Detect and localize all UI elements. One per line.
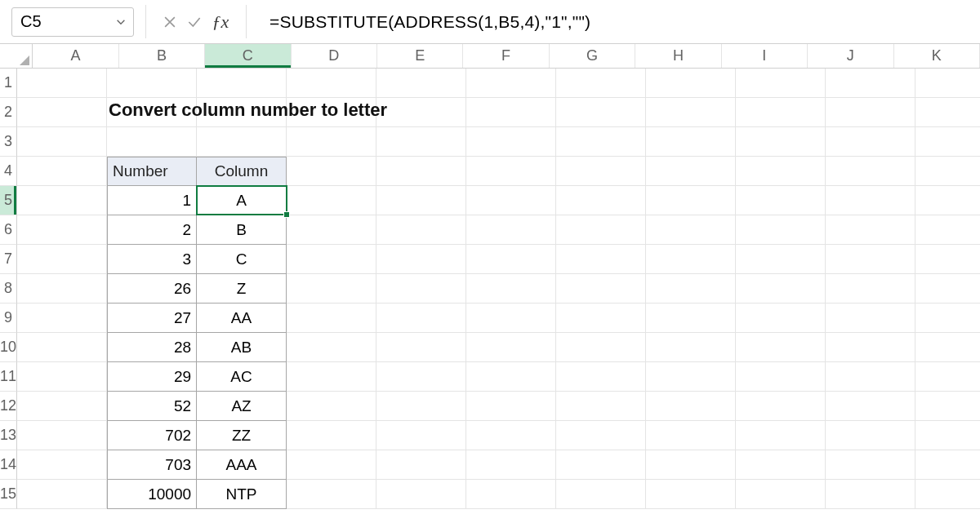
column-header-F[interactable]: F [463,44,549,68]
row-header-3[interactable]: 3 [0,127,17,157]
table-cell-number[interactable]: 28 [107,333,197,362]
insert-function-button[interactable]: ƒx [207,0,234,43]
row-header-2[interactable]: 2 [0,98,17,127]
formula-input[interactable]: =SUBSTITUTE(ADDRESS(1,B5,4),"1","") [258,0,980,43]
select-all-corner[interactable] [0,44,33,68]
table-cell-number[interactable]: 26 [107,274,197,304]
column-header-E[interactable]: E [377,44,463,68]
column-header-J[interactable]: J [808,44,893,68]
table-header-column[interactable]: Column [197,157,287,186]
table-cell-column[interactable]: B [197,215,287,245]
table-cell-column[interactable]: AC [197,362,287,392]
fx-icon: ƒx [212,11,229,33]
fill-handle[interactable] [283,211,290,218]
column-header-G[interactable]: G [550,44,635,68]
row-header-14[interactable]: 14 [0,450,17,480]
column-header-A[interactable]: A [33,44,118,68]
formula-text: =SUBSTITUTE(ADDRESS(1,B5,4),"1","") [270,12,590,32]
row-header-6[interactable]: 6 [0,215,17,245]
column-header-H[interactable]: H [635,44,721,68]
row-header-10[interactable]: 10 [0,333,17,362]
name-box[interactable]: C5 [11,7,134,37]
column-header-I[interactable]: I [722,44,808,68]
cell-area[interactable]: Number Column 1 A 2 B 3 C [17,69,980,509]
table-cell-number[interactable]: 29 [107,362,197,392]
row-header-5[interactable]: 5 [0,186,17,215]
row-header-11[interactable]: 11 [0,362,17,392]
column-header-B[interactable]: B [119,44,205,68]
chevron-down-icon [115,16,127,28]
cancel-formula-button[interactable] [158,0,182,44]
row-header-4[interactable]: 4 [0,157,17,186]
name-box-value: C5 [20,12,42,31]
table-cell-column[interactable]: A [197,186,287,215]
column-header-C[interactable]: C [205,44,291,68]
table-cell-number[interactable]: 27 [107,304,197,333]
table-cell-number[interactable]: 702 [107,421,197,450]
column-header-D[interactable]: D [292,44,377,68]
table-cell-number[interactable]: 703 [107,450,197,480]
name-box-container: C5 [0,0,134,43]
table-cell-column[interactable]: NTP [197,480,287,509]
table-cell-column[interactable]: ZZ [197,421,287,450]
enter-formula-button[interactable] [182,0,207,44]
column-header-row: A B C D E F G H I J K [0,44,980,69]
table-cell-number[interactable]: 10000 [107,480,197,509]
column-header-K[interactable]: K [894,44,980,68]
table-cell-column[interactable]: AB [197,333,287,362]
row-header-9[interactable]: 9 [0,304,17,333]
row-header-13[interactable]: 13 [0,421,17,450]
table-cell-column[interactable]: C [197,245,287,274]
table-cell-column[interactable]: AZ [197,392,287,421]
worksheet-grid[interactable]: A B C D E F G H I J K 1 2 3 4 5 6 7 8 9 … [0,44,980,514]
table-cell-column[interactable]: AA [197,304,287,333]
divider [246,5,247,38]
row-header-column: 1 2 3 4 5 6 7 8 9 10 11 12 13 14 15 [0,69,17,509]
table-cell-column[interactable]: AAA [197,450,287,480]
formula-bar: C5 ƒx =SUBSTITUTE(ADDRESS(1,B5,4),"1",""… [0,0,980,44]
row-header-8[interactable]: 8 [0,274,17,304]
row-header-7[interactable]: 7 [0,245,17,274]
row-header-12[interactable]: 12 [0,392,17,421]
row-header-1[interactable]: 1 [0,69,17,98]
row-header-15[interactable]: 15 [0,480,17,509]
table-cell-number[interactable]: 52 [107,392,197,421]
divider [145,5,146,38]
page-title: Convert column number to letter [109,100,387,121]
table-cell-column[interactable]: Z [197,274,287,304]
table-cell-number[interactable]: 1 [107,186,197,215]
table-header-number[interactable]: Number [107,157,197,186]
table-cell-number[interactable]: 3 [107,245,197,274]
table-cell-number[interactable]: 2 [107,215,197,245]
